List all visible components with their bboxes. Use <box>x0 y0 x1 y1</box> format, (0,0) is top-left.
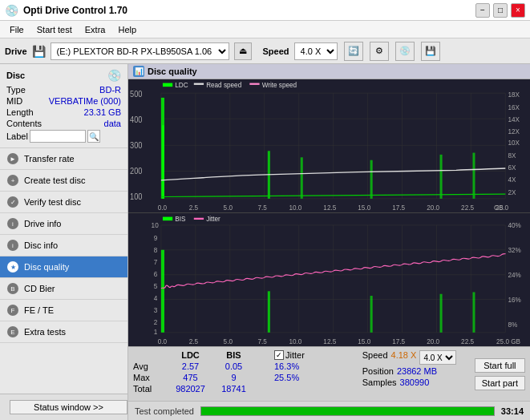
nav-item-disc-info[interactable]: i Disc info <box>0 235 127 256</box>
svg-text:18X: 18X <box>508 90 520 99</box>
nav-item-cd-bier[interactable]: B CD Bier <box>0 278 127 300</box>
disc-icon: 💿 <box>107 69 121 82</box>
svg-rect-46 <box>301 157 303 199</box>
svg-text:300: 300 <box>130 140 143 150</box>
svg-text:20.0: 20.0 <box>427 203 439 212</box>
menu-extra[interactable]: Extra <box>79 24 112 35</box>
svg-text:Jitter: Jitter <box>206 215 220 224</box>
menu-start-test[interactable]: Start test <box>30 24 79 35</box>
svg-rect-50 <box>163 83 172 87</box>
speed-stat-select[interactable]: 4.0 X <box>419 350 456 365</box>
total-ldc: 982027 <box>168 384 212 394</box>
svg-text:Write speed: Write speed <box>262 81 297 90</box>
svg-text:16%: 16% <box>508 296 521 305</box>
nav-item-extra-tests[interactable]: E Extra tests <box>0 321 127 343</box>
max-label: Max <box>133 373 165 382</box>
svg-text:7.5: 7.5 <box>258 337 268 345</box>
svg-text:2.5: 2.5 <box>189 337 199 345</box>
disc-label-input[interactable] <box>30 130 86 143</box>
svg-text:16X: 16X <box>508 103 520 111</box>
sidebar: Disc 💿 Type BD-R MID VERBATIMe (000) Len… <box>0 64 128 420</box>
nav-item-fe-te[interactable]: F FE / TE <box>0 300 127 321</box>
minimize-button[interactable]: − <box>475 3 490 18</box>
disc-length-value: 23.31 GB <box>84 107 121 117</box>
chart-icon: 📊 <box>133 66 144 77</box>
chart-title-bar: 📊 Disc quality <box>128 64 530 79</box>
nav-icon-verify-test-disc: ✓ <box>6 196 19 208</box>
disc-contents-row: Contents data <box>6 119 121 128</box>
drive-select[interactable]: (E:) PLEXTOR BD-R PX-LB950SA 1.06 <box>51 42 229 60</box>
svg-text:0.0: 0.0 <box>158 337 168 345</box>
disc-mid-label: MID <box>6 96 22 106</box>
start-part-button[interactable]: Start part <box>475 376 525 390</box>
save-button[interactable]: 💾 <box>421 42 440 61</box>
speed-row: Speed 4.18 X 4.0 X <box>362 350 465 365</box>
disc-label-row: Label 🔍 <box>6 130 121 143</box>
close-button[interactable]: × <box>511 3 525 18</box>
nav-item-drive-info[interactable]: i Drive info <box>0 213 127 235</box>
svg-rect-104 <box>163 217 172 221</box>
stats-spacer <box>255 350 271 360</box>
svg-rect-102 <box>440 294 443 333</box>
svg-rect-56 <box>128 213 530 346</box>
drivebar: Drive 💾 (E:) PLEXTOR BD-R PX-LB950SA 1.0… <box>0 38 530 64</box>
nav-item-verify-test-disc[interactable]: ✓ Verify test disc <box>0 192 127 213</box>
svg-text:1: 1 <box>154 328 158 337</box>
svg-text:6X: 6X <box>508 164 516 172</box>
speed-stat-value: 4.18 X <box>391 350 417 365</box>
nav-items: ► Transfer rate + Create test disc ✓ Ver… <box>0 148 127 394</box>
svg-text:4: 4 <box>154 293 158 302</box>
nav-icon-fe-te: F <box>6 304 19 317</box>
svg-text:12X: 12X <box>508 127 520 135</box>
maximize-button[interactable]: □ <box>493 3 508 18</box>
nav-icon-disc-quality: ★ <box>6 260 19 273</box>
disc-contents-value: data <box>104 119 121 128</box>
svg-text:10.0: 10.0 <box>289 203 301 212</box>
stats-bis-header: BIS <box>216 350 252 360</box>
svg-rect-47 <box>370 160 373 199</box>
svg-text:3: 3 <box>154 305 158 314</box>
start-full-button[interactable]: Start full <box>475 358 525 373</box>
svg-text:15.0: 15.0 <box>358 337 370 345</box>
disc-info-panel: Disc 💿 Type BD-R MID VERBATIMe (000) Len… <box>0 64 127 148</box>
label-search-button[interactable]: 🔍 <box>87 130 100 143</box>
nav-label-create-test-disc: Create test disc <box>24 176 85 185</box>
nav-label-verify-test-disc: Verify test disc <box>24 197 81 207</box>
nav-label-fe-te: FE / TE <box>24 305 54 315</box>
stats-area: LDC BIS ✓ Jitter Avg 2.57 0.05 16.3% Max <box>128 346 530 401</box>
app-title: Opti Drive Control 1.70 <box>23 5 127 16</box>
svg-text:100: 100 <box>130 192 143 201</box>
nav-item-create-test-disc[interactable]: + Create test disc <box>0 170 127 192</box>
menu-help[interactable]: Help <box>111 24 143 35</box>
nav-icon-disc-info: i <box>6 239 19 252</box>
max-bis: 9 <box>216 373 252 382</box>
avg-bis: 0.05 <box>216 361 252 371</box>
jitter-checkbox[interactable]: ✓ <box>274 350 284 360</box>
max-jitter: 25.5% <box>274 373 330 382</box>
progress-bar-container <box>200 406 495 416</box>
disc-length-row: Length 23.31 GB <box>6 107 121 117</box>
disc-button[interactable]: 💿 <box>395 42 415 61</box>
refresh-button[interactable]: 🔄 <box>344 42 363 61</box>
svg-text:BIS: BIS <box>175 215 185 224</box>
action-buttons: Start full Start part <box>470 347 530 401</box>
nav-item-disc-quality[interactable]: ★ Disc quality <box>0 256 127 278</box>
position-value: 23862 MB <box>397 366 437 376</box>
svg-text:25.0 GB: 25.0 GB <box>496 337 520 345</box>
eject-button[interactable]: ⏏ <box>234 42 252 60</box>
nav-icon-transfer-rate: ► <box>6 152 19 165</box>
nav-label-disc-quality: Disc quality <box>24 262 69 272</box>
settings-button[interactable]: ⚙ <box>370 42 389 61</box>
nav-label-disc-info: Disc info <box>24 240 58 250</box>
svg-text:9: 9 <box>154 234 158 243</box>
nav-item-transfer-rate[interactable]: ► Transfer rate <box>0 148 127 170</box>
disc-info-header: Disc 💿 <box>6 69 121 82</box>
svg-text:2.5: 2.5 <box>189 203 199 212</box>
speed-select[interactable]: 4.0 X <box>294 42 338 60</box>
svg-text:2X: 2X <box>508 188 516 197</box>
disc-mid-value: VERBATIMe (000) <box>49 96 121 106</box>
disc-type-value: BD-R <box>99 85 121 95</box>
titlebar: 💿 Opti Drive Control 1.70 − □ × <box>0 0 530 21</box>
status-window-button[interactable]: Status window >> <box>10 400 127 414</box>
menu-file[interactable]: File <box>3 24 30 35</box>
